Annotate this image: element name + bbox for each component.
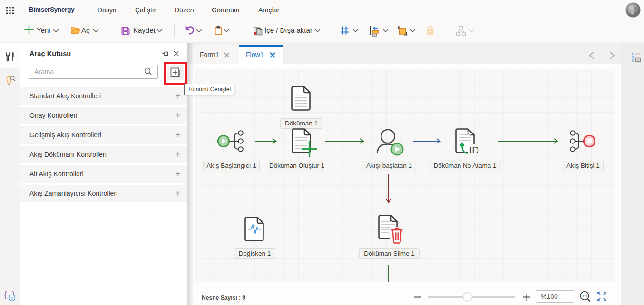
- svg-text:?: ?: [10, 295, 13, 301]
- svg-text:ID: ID: [469, 144, 479, 155]
- svg-text:1:1: 1:1: [582, 294, 588, 298]
